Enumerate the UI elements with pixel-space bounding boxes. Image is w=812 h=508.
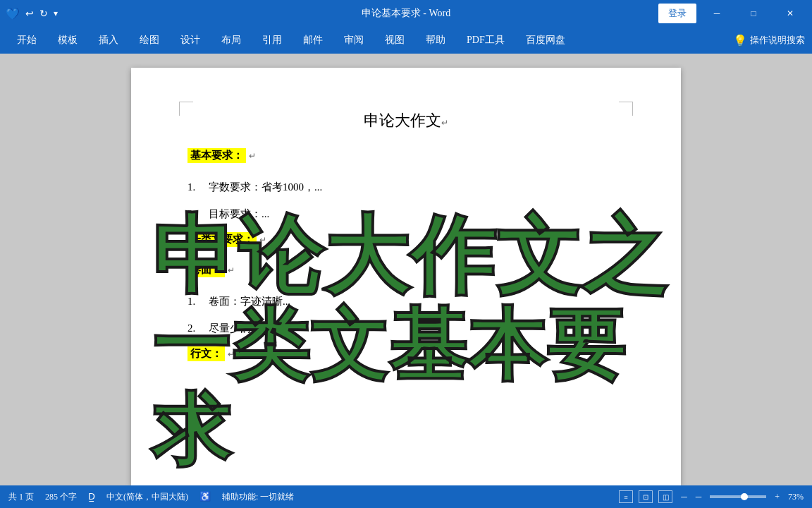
language: 中文(简体，中国大陆): [106, 491, 188, 503]
para-enter-4: ↵: [272, 320, 279, 337]
para-enter-1: ↵: [249, 151, 256, 161]
item-basic-2: 2. 目标要求：...: [187, 205, 625, 222]
menu-template[interactable]: 模板: [48, 30, 87, 51]
item-text-1: 字数要求：省考1000，...: [209, 179, 322, 195]
word-count: 285 个字: [45, 491, 77, 503]
menu-draw[interactable]: 绘图: [130, 30, 169, 51]
close-button[interactable]: ✕: [774, 4, 806, 23]
para-enter-0: ↵: [441, 118, 448, 128]
section-paper: 卷面： ↵: [187, 262, 625, 286]
zoom-out[interactable]: ─: [696, 492, 702, 502]
label-type1: 一类文要求：: [187, 232, 257, 247]
document-title: 申论大作文↵: [187, 110, 625, 131]
search-area[interactable]: 💡 操作说明搜索: [733, 34, 805, 47]
item-text-3: 卷面：字迹清晰...: [209, 293, 290, 310]
watermark-line1: 申论大作文之: [152, 209, 681, 302]
menu-insert[interactable]: 插入: [89, 30, 128, 51]
para-enter-3: ↵: [228, 265, 235, 275]
login-button[interactable]: 登录: [658, 4, 696, 23]
label-basic: 基本要求：: [187, 148, 246, 163]
item-num-3: 1.: [187, 293, 209, 310]
window-controls: 登录 ─ □ ✕: [658, 4, 806, 23]
document-page[interactable]: 申论大作文↵ 基本要求： ↵ 1. 字数要求：省考1000，... 2. 目标要…: [131, 68, 681, 485]
search-label: 操作说明搜索: [750, 34, 805, 47]
item-num-2: 2.: [187, 205, 209, 222]
view-read-icon[interactable]: ◫: [658, 490, 672, 503]
word-title-icon: 💙: [6, 7, 20, 20]
menu-help[interactable]: 帮助: [416, 30, 455, 51]
view-web-icon[interactable]: ⊡: [639, 490, 653, 503]
para-enter-5: ↵: [228, 349, 235, 359]
document-area: 申论大作文↵ 基本要求： ↵ 1. 字数要求：省考1000，... 2. 目标要…: [0, 54, 812, 485]
zoom-in[interactable]: +: [775, 492, 780, 502]
label-paper: 卷面：: [187, 262, 225, 277]
label-writing: 行文：: [187, 346, 225, 361]
section-writing: 行文： ↵: [187, 346, 625, 370]
status-bar: 共 1 页 285 个字 D̲ 中文(简体，中国大陆) ♿ 辅助功能: 一切就绪…: [0, 485, 812, 508]
margin-mark-tl: [179, 102, 193, 116]
zoom-level: 73%: [788, 492, 804, 502]
item-text-4: 尽量少的涂改: [209, 320, 272, 337]
window-title: 申论基本要求 - Word: [362, 7, 450, 20]
item-num-4: 2.: [187, 320, 209, 337]
quick-access[interactable]: ▾: [54, 8, 58, 19]
menu-baidu[interactable]: 百度网盘: [516, 30, 575, 51]
status-right: ≡ ⊡ ◫ ─ ─ + 73%: [619, 490, 804, 503]
maximize-button[interactable]: □: [737, 4, 770, 23]
accessibility-status: 辅助功能: 一切就绪: [222, 491, 294, 503]
menu-layout[interactable]: 布局: [211, 30, 251, 51]
menu-review[interactable]: 审阅: [334, 30, 374, 51]
title-bar: 💙 ↩ ↻ ▾ 申论基本要求 - Word 登录 ─ □ ✕: [0, 0, 812, 27]
accessibility-icon: ♿: [199, 491, 211, 502]
menu-start[interactable]: 开始: [7, 30, 47, 51]
page-count: 共 1 页: [8, 491, 34, 503]
menu-bar: 开始 模板 插入 绘图 设计 布局 引用 邮件 审阅 视图 帮助 PDF工具 百…: [0, 27, 812, 54]
menu-references[interactable]: 引用: [252, 30, 292, 51]
item-num-1: 1.: [187, 179, 209, 195]
title-left: 💙 ↩ ↻ ▾: [6, 7, 58, 20]
undo-btn[interactable]: ↩: [25, 8, 34, 20]
para-enter-2: ↵: [259, 235, 266, 245]
menu-mailing[interactable]: 邮件: [293, 30, 333, 51]
zoom-slider[interactable]: [710, 495, 766, 498]
menu-design[interactable]: 设计: [171, 30, 210, 51]
menu-view[interactable]: 视图: [375, 30, 414, 51]
bulb-icon: 💡: [733, 34, 747, 47]
menu-pdf[interactable]: PDF工具: [457, 30, 515, 51]
section-basic: 基本要求： ↵: [187, 148, 625, 171]
view-icons: ≡ ⊡ ◫: [619, 490, 672, 503]
item-basic-1: 1. 字数要求：省考1000，...: [187, 179, 625, 195]
view-print-icon[interactable]: ≡: [619, 490, 633, 503]
zoom-separator: ─: [681, 492, 687, 502]
margin-mark-tr: [619, 102, 633, 116]
item-text-2: 目标要求：...: [209, 205, 269, 222]
status-left: 共 1 页 285 个字 D̲ 中文(简体，中国大陆) ♿ 辅助功能: 一切就绪: [8, 491, 294, 503]
minimize-button[interactable]: ─: [701, 4, 733, 23]
item-paper-1: 1. 卷面：字迹清晰...: [187, 293, 625, 310]
encoding-icon: D̲: [88, 491, 95, 502]
item-paper-2: 2. 尽量少的涂改 ↵: [187, 320, 625, 337]
redo-btn[interactable]: ↻: [39, 8, 48, 20]
section-type1: 一类文要求： ↵: [187, 232, 625, 255]
